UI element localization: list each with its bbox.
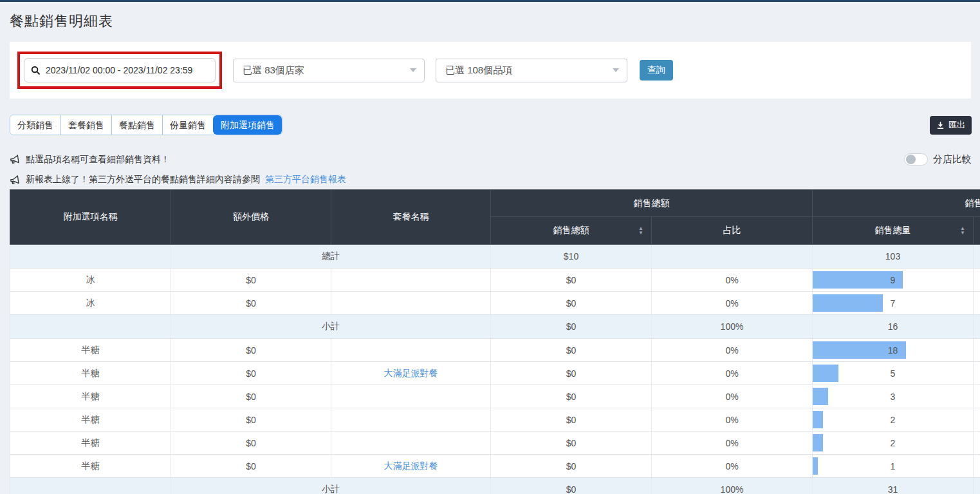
page-title: 餐點銷售明細表	[10, 12, 980, 31]
qty-bar	[813, 434, 823, 451]
empty-cell	[974, 339, 980, 362]
amount-cell: $0	[491, 385, 652, 408]
notice-line-1: 點選品項名稱可查看細部銷售資料！	[10, 154, 170, 166]
table-row: 半糖$0$00%18	[10, 339, 980, 362]
qty-value: 18	[888, 345, 898, 356]
summary-amount: $0	[491, 315, 652, 339]
col-header-sales-qty-sort[interactable]: 銷售總量 ▲▼	[813, 217, 974, 245]
tab-餐點銷售[interactable]: 餐點銷售	[111, 115, 162, 135]
ratio-cell: 0%	[652, 455, 813, 478]
combo-name-cell	[331, 385, 491, 408]
empty-cell	[974, 478, 980, 494]
sort-icon[interactable]: ▲▼	[638, 226, 643, 235]
qty-value: 9	[891, 275, 896, 285]
summary-ratio: 100%	[652, 315, 813, 339]
amount-cell: $0	[491, 269, 652, 292]
qty-bar	[813, 388, 828, 405]
col-header-combo-name: 套餐名稱	[331, 190, 491, 245]
table-row: 冰$0$00%9	[10, 269, 980, 292]
col-label: 銷售總量	[875, 225, 911, 235]
empty-cell	[974, 408, 980, 432]
top-accent-bar	[0, 0, 980, 2]
extra-price-cell: $0	[171, 455, 331, 478]
addon-name-cell: 半糖	[10, 362, 171, 385]
store-select-value: 已選 83個店家	[243, 64, 304, 77]
date-range-input[interactable]: 2023/11/02 00:00 - 2023/11/02 23:59	[24, 58, 216, 82]
colgroup-header-sales-qty: 銷售總量	[813, 190, 980, 217]
item-select-value: 已選 108個品項	[445, 64, 512, 77]
combo-link[interactable]: 大滿足派對餐	[384, 461, 438, 471]
combo-name-cell: 大滿足派對餐	[331, 362, 491, 385]
summary-amount: $10	[491, 245, 652, 269]
subtotal-row: 小計$0100%31	[10, 478, 980, 494]
empty-cell	[10, 245, 171, 269]
addon-name-cell: 半糖	[10, 408, 171, 432]
store-select[interactable]: 已選 83個店家	[233, 59, 425, 82]
branch-compare-toggle[interactable]	[904, 153, 928, 166]
summary-qty: 31	[813, 478, 974, 494]
extra-price-cell: $0	[171, 292, 331, 315]
summary-qty: 103	[813, 245, 974, 269]
col-label: 銷售總額	[553, 225, 589, 235]
amount-cell: $0	[491, 432, 652, 455]
sort-icon[interactable]: ▲▼	[960, 226, 965, 235]
qty-value: 7	[891, 298, 896, 309]
tab-套餐銷售[interactable]: 套餐銷售	[60, 115, 111, 135]
notice-row: 點選品項名稱可查看細部銷售資料！ 分店比較	[10, 153, 972, 166]
export-button[interactable]: 匯出	[930, 116, 972, 135]
combo-link[interactable]: 大滿足派對餐	[384, 368, 438, 378]
amount-cell: $0	[491, 339, 652, 362]
col-header-sales-amount-sort[interactable]: 銷售總額 ▲▼	[491, 217, 652, 245]
addon-name-cell: 半糖	[10, 339, 171, 362]
addon-name-cell: 冰	[10, 269, 171, 292]
empty-cell	[10, 315, 171, 339]
qty-value: 5	[891, 368, 896, 379]
ratio-cell: 0%	[652, 269, 813, 292]
qty-cell: 7	[813, 292, 974, 315]
amount-cell: $0	[491, 362, 652, 385]
qty-bar	[813, 457, 818, 475]
total-row: 總計$10103	[10, 245, 980, 269]
date-range-value: 2023/11/02 00:00 - 2023/11/02 23:59	[46, 65, 192, 75]
extra-price-cell: $0	[171, 339, 331, 362]
empty-cell	[974, 362, 980, 385]
qty-cell: 18	[813, 339, 974, 362]
table-row: 半糖$0$00%2	[10, 408, 980, 432]
combo-name-cell	[331, 408, 491, 432]
ratio-cell: 0%	[652, 432, 813, 455]
qty-value: 2	[891, 438, 896, 448]
empty-cell	[974, 455, 980, 478]
empty-cell	[974, 432, 980, 455]
table-row: 半糖$0大滿足派對餐$00%1	[10, 455, 980, 478]
third-party-report-link[interactable]: 第三方平台銷售報表	[265, 174, 346, 185]
qty-value: 3	[891, 392, 896, 402]
notice-line-2: 新報表上線了！第三方外送平台的餐點銷售詳細內容請參閱第三方平台銷售報表	[10, 174, 980, 185]
qty-cell: 2	[813, 432, 974, 455]
qty-cell: 2	[813, 408, 974, 432]
qty-bar	[813, 411, 823, 428]
empty-cell	[974, 385, 980, 408]
summary-label: 總計	[171, 245, 491, 269]
col-header-ratio: 占比	[652, 217, 813, 245]
filter-panel: 2023/11/02 00:00 - 2023/11/02 23:59 已選 8…	[10, 42, 971, 99]
item-select[interactable]: 已選 108個品項	[436, 59, 627, 82]
qty-cell: 1	[813, 455, 974, 478]
chevron-down-icon	[613, 68, 619, 72]
sales-table-container: 附加選項名稱 額外價格 套餐名稱 銷售總額 銷售總量 銷售總額 ▲▼ 占比 銷售…	[10, 189, 980, 494]
addon-name-cell: 冰	[10, 292, 171, 315]
ratio-cell: 0%	[652, 339, 813, 362]
tab-分類銷售[interactable]: 分類銷售	[10, 115, 60, 135]
tab-附加選項銷售[interactable]: 附加選項銷售	[213, 115, 282, 135]
amount-cell: $0	[491, 455, 652, 478]
notice-text: 點選品項名稱可查看細部銷售資料！	[26, 154, 170, 166]
amount-cell: $0	[491, 408, 652, 432]
summary-label: 小計	[171, 315, 491, 339]
combo-name-cell: 大滿足派對餐	[331, 455, 491, 478]
table-row: 半糖$0$00%3	[10, 385, 980, 408]
empty-cell	[10, 478, 171, 494]
qty-bar	[813, 365, 838, 382]
query-button[interactable]: 查詢	[640, 60, 673, 81]
tab-row: 分類銷售套餐銷售餐點銷售份量銷售附加選項銷售 匯出	[10, 115, 972, 135]
summary-amount: $0	[491, 478, 652, 494]
tab-份量銷售[interactable]: 份量銷售	[162, 115, 213, 135]
